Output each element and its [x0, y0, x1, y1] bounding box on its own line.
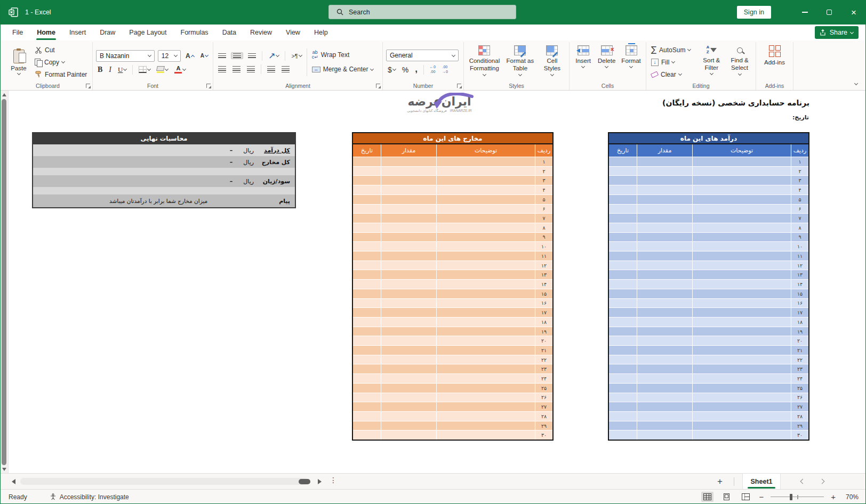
table-row[interactable]: ۱: [609, 157, 808, 166]
font-size-combo[interactable]: 12: [158, 50, 181, 62]
empty-cell[interactable]: [436, 318, 535, 327]
tab-help[interactable]: Help: [307, 25, 335, 40]
sort-filter-button[interactable]: AZ Sort & Filter: [698, 43, 725, 81]
empty-cell[interactable]: [381, 364, 436, 373]
empty-cell[interactable]: [609, 223, 637, 232]
empty-cell[interactable]: [353, 393, 381, 402]
empty-cell[interactable]: [436, 280, 535, 289]
comma-button[interactable]: ,: [413, 67, 419, 72]
empty-cell[interactable]: [609, 364, 637, 373]
cut-button[interactable]: Cut: [33, 44, 89, 55]
table-row[interactable]: ۳: [609, 175, 808, 185]
table-row[interactable]: ۱۴: [609, 279, 808, 289]
empty-cell[interactable]: [637, 251, 692, 261]
table-row[interactable]: ۲: [353, 166, 552, 176]
format-painter-button[interactable]: Format Painter: [33, 69, 89, 80]
empty-cell[interactable]: [353, 327, 381, 336]
table-row[interactable]: ۲۲: [609, 355, 808, 364]
empty-cell[interactable]: [609, 412, 637, 421]
tab-insert[interactable]: Insert: [62, 25, 93, 40]
empty-cell[interactable]: [353, 157, 381, 166]
empty-cell[interactable]: [692, 185, 791, 194]
table-row[interactable]: ۳: [353, 175, 552, 185]
table-row[interactable]: ۱۰: [609, 241, 808, 251]
empty-cell[interactable]: [353, 205, 381, 214]
empty-cell[interactable]: [353, 402, 381, 411]
empty-cell[interactable]: [637, 364, 692, 373]
empty-cell[interactable]: [637, 327, 692, 336]
empty-cell[interactable]: [436, 327, 535, 336]
increase-indent-button[interactable]: [266, 66, 277, 73]
fill-color-button[interactable]: [155, 66, 170, 74]
tab-view[interactable]: View: [279, 25, 307, 40]
empty-cell[interactable]: [436, 421, 535, 430]
empty-cell[interactable]: [637, 374, 692, 383]
empty-cell[interactable]: [353, 233, 381, 242]
share-button[interactable]: Share: [815, 26, 859, 39]
scrollbar-options-icon[interactable]: ⋮: [330, 476, 337, 484]
empty-cell[interactable]: [692, 251, 791, 261]
empty-cell[interactable]: [692, 157, 791, 166]
empty-cell[interactable]: [381, 270, 436, 279]
empty-cell[interactable]: [637, 205, 692, 214]
table-row[interactable]: ۵: [353, 194, 552, 204]
font-color-button[interactable]: A: [173, 65, 187, 75]
orientation-button[interactable]: →: [267, 50, 280, 61]
empty-cell[interactable]: [353, 384, 381, 393]
decrease-font-button[interactable]: A: [199, 53, 210, 59]
empty-cell[interactable]: [692, 223, 791, 232]
empty-cell[interactable]: [637, 308, 692, 317]
empty-cell[interactable]: [692, 402, 791, 411]
empty-cell[interactable]: [381, 167, 436, 176]
empty-cell[interactable]: [637, 167, 692, 176]
empty-cell[interactable]: [637, 280, 692, 289]
empty-cell[interactable]: [692, 393, 791, 402]
empty-cell[interactable]: [609, 280, 637, 289]
tab-file[interactable]: File: [5, 25, 30, 40]
empty-cell[interactable]: [637, 393, 692, 402]
tab-data[interactable]: Data: [215, 25, 243, 40]
empty-cell[interactable]: [692, 364, 791, 373]
maximize-button[interactable]: [817, 0, 841, 25]
empty-cell[interactable]: [637, 223, 692, 232]
empty-cell[interactable]: [609, 299, 637, 308]
table-row[interactable]: ۲۳: [353, 364, 552, 373]
empty-cell[interactable]: [436, 336, 535, 345]
empty-cell[interactable]: [609, 167, 637, 176]
find-select-button[interactable]: Find & Select: [727, 43, 752, 81]
empty-cell[interactable]: [381, 421, 436, 430]
empty-cell[interactable]: [353, 242, 381, 251]
empty-cell[interactable]: [692, 261, 791, 270]
empty-cell[interactable]: [609, 355, 637, 364]
search-box[interactable]: Search: [328, 5, 516, 19]
empty-cell[interactable]: [692, 412, 791, 421]
empty-cell[interactable]: [637, 421, 692, 430]
zoom-slider[interactable]: [771, 493, 824, 501]
empty-cell[interactable]: [436, 384, 535, 393]
increase-font-button[interactable]: A: [184, 52, 196, 60]
calc-row-total-income[interactable]: – ریال کل درآمد: [33, 144, 295, 156]
empty-cell[interactable]: [353, 318, 381, 327]
empty-cell[interactable]: [637, 185, 692, 194]
empty-cell[interactable]: [353, 412, 381, 421]
empty-cell[interactable]: [692, 318, 791, 327]
empty-cell[interactable]: [692, 270, 791, 279]
calc-row-total-expenses[interactable]: – ریال کل مخارج: [33, 156, 295, 168]
table-row[interactable]: ۲۸: [609, 411, 808, 421]
empty-cell[interactable]: [436, 185, 535, 194]
table-row[interactable]: ۲۵: [353, 383, 552, 393]
page-layout-view-button[interactable]: [720, 492, 733, 502]
table-row[interactable]: ۶: [609, 204, 808, 214]
empty-cell[interactable]: [609, 393, 637, 402]
table-row[interactable]: ۱۵: [353, 289, 552, 298]
empty-cell[interactable]: [381, 185, 436, 194]
table-row[interactable]: ۹: [353, 232, 552, 242]
text-direction-button[interactable]: >¶: [290, 52, 303, 60]
table-row[interactable]: ۷: [353, 213, 552, 223]
empty-cell[interactable]: [381, 205, 436, 214]
tab-review[interactable]: Review: [243, 25, 279, 40]
table-row[interactable]: ۲۱: [353, 345, 552, 355]
table-row[interactable]: ۱۲: [353, 261, 552, 270]
vertical-scrollbar[interactable]: [0, 91, 9, 473]
empty-cell[interactable]: [353, 430, 381, 440]
